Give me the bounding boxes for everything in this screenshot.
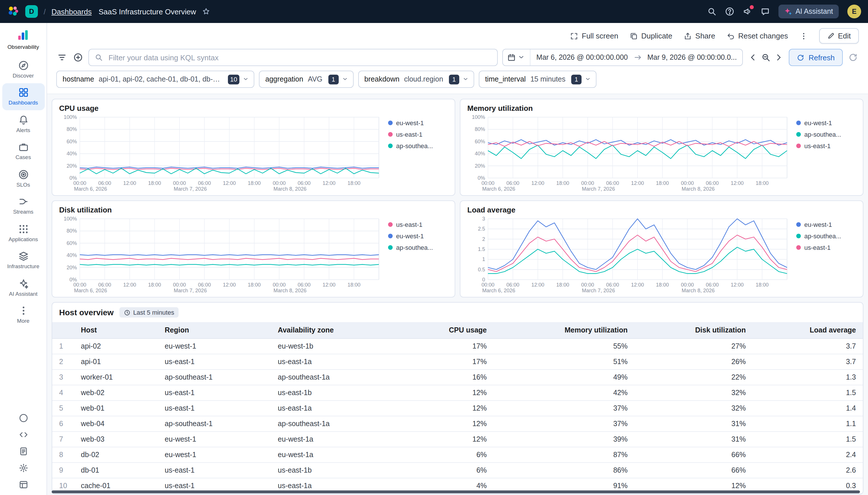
duplicate-button[interactable]: Duplicate [630,32,672,40]
host-overview-title: Host overview [59,308,114,317]
sidebar-item-label: Streams [13,209,34,215]
sidebar-item-applications[interactable]: Applications [2,220,45,246]
reset-changes-button[interactable]: Reset changes [727,32,788,40]
load-average-chart[interactable]: 00.511.522.5300:0006:0012:0018:0000:0006… [467,215,792,296]
sidebar-item-slos[interactable]: SLOs [2,165,45,192]
refresh-button[interactable]: Refresh [789,49,843,66]
control-hostname[interactable]: hostnameapi-01, api-02, cache-01, db-01,… [56,71,254,88]
column-header-cpu-usage[interactable]: CPU usage [399,322,494,339]
favorite-star-icon[interactable] [202,7,210,16]
svg-text:06:00: 06:00 [506,180,519,186]
help-icon[interactable] [725,7,734,16]
full-screen-button[interactable]: Full screen [570,32,618,40]
disk-utilization-chart[interactable]: 0%20%40%60%80%100%00:0006:0012:0018:0000… [59,215,383,296]
kql-filter-input[interactable] [107,53,492,62]
legend-dot-icon [388,121,393,125]
svg-text:2: 2 [482,236,485,242]
legend-item-eu-west-1[interactable]: eu-west-1 [796,221,856,228]
table-cell: 51% [494,354,635,370]
calendar-menu-button[interactable] [503,49,531,66]
filter-button[interactable] [56,52,68,63]
sidebar-nav-items: DiscoverDashboardsAlertsCasesSLOsStreams… [2,56,45,329]
column-header-load-average[interactable]: Load average [752,322,863,339]
add-filter-button[interactable] [72,52,84,63]
table-cell: eu-west-1a [271,431,399,447]
observability-product[interactable]: Observability [7,29,39,50]
svg-text:20%: 20% [475,163,485,169]
legend-item-eu-west-1[interactable]: eu-west-1 [796,119,856,126]
legend-item-eu-west-1[interactable]: eu-west-1 [388,233,448,239]
ai-assistant-button[interactable]: AI Assistant [778,5,839,18]
settings-icon[interactable] [19,463,28,473]
table-cell: 66% [635,447,752,463]
cpu-usage-chart[interactable]: 0%20%40%60%80%100%00:0006:0012:0018:0000… [59,114,383,194]
svg-text:06:00: 06:00 [606,180,619,186]
chevron-right-icon [774,53,783,62]
feedback-chat-icon[interactable] [760,7,769,16]
edit-button[interactable]: Edit [819,28,859,44]
horizontal-scrollbar[interactable] [52,490,860,493]
svg-text:18:00: 18:00 [556,282,569,288]
column-header-region[interactable]: Region [158,322,271,339]
share-icon [684,32,692,40]
legend-item-us-east-1[interactable]: us-east-1 [796,244,856,251]
chevron-down-icon [242,76,249,83]
column-header-disk-utilization[interactable]: Disk utilization [635,322,752,339]
control-breakdown[interactable]: breakdowncloud.region1 [358,71,474,88]
control-aggregation[interactable]: aggregationAVG1 [259,71,353,88]
zoom-out-button[interactable] [760,52,772,63]
elastic-logo[interactable] [7,5,19,18]
column-header-memory-utilization[interactable]: Memory utilization [494,322,635,339]
legend-item-us-east-1[interactable]: us-east-1 [796,142,856,149]
control-time-interval[interactable]: time_interval15 minutes1 [479,71,596,88]
legend-dot-icon [388,143,393,148]
share-button[interactable]: Share [684,32,715,40]
share-label: Share [695,32,715,40]
svg-text:00:00: 00:00 [581,180,594,186]
auto-refresh-button[interactable] [847,52,859,63]
breadcrumb-dashboards-link[interactable]: Dashboards [51,7,91,16]
legend-item-ap-southeast-1[interactable]: ap-southea... [388,142,448,149]
sidebar-item-infrastructure[interactable]: Infrastructure [2,247,45,274]
column-header-availability-zone[interactable]: Availability zone [271,322,399,339]
svg-text:18:00: 18:00 [348,180,361,186]
next-time-window-button[interactable] [773,52,784,63]
svg-text:12:00: 12:00 [631,180,644,186]
legend-item-us-east-1[interactable]: us-east-1 [388,221,448,228]
sidebar-item-ai-assistant[interactable]: AI Assistant [2,274,45,301]
memory-utilization-chart[interactable]: 0%20%40%60%80%100%00:0006:0012:0018:0000… [467,114,792,194]
notifications-icon[interactable] [743,7,752,16]
legend-dot-icon [796,132,801,137]
more-options-button[interactable] [799,32,808,40]
dev-tools-icon[interactable] [19,430,28,439]
documentation-icon[interactable] [19,447,28,456]
sidebar-item-more[interactable]: More [2,302,45,328]
table-cell: 2.6 [752,463,863,478]
clock-icon [124,309,130,315]
sidebar-item-alerts[interactable]: Alerts [2,111,45,138]
sidebar-item-dashboards[interactable]: Dashboards [2,84,45,110]
global-search-icon[interactable] [707,7,716,16]
previous-time-window-button[interactable] [748,52,759,63]
user-avatar[interactable]: E [847,5,861,18]
legend-item-ap-southeast-1[interactable]: ap-southea... [388,244,448,251]
sidebar-item-label: More [17,318,29,324]
table-cell: us-east-1b [271,385,399,400]
sidebar-item-cases[interactable]: Cases [2,138,45,165]
legend-item-ap-southeast-1[interactable]: ap-southea... [796,233,856,239]
sidebar-item-discover[interactable]: Discover [2,56,45,83]
date-from-button[interactable]: Mar 6, 2026 @ 00:00:00.000 [531,53,634,62]
row-number: 8 [52,447,74,463]
legend-item-eu-west-1[interactable]: eu-west-1 [388,119,448,126]
date-to-button[interactable]: Mar 9, 2026 @ 00:00:00.0... [642,53,743,62]
workspace-panel-icon[interactable] [19,480,28,489]
legend-item-us-east-1[interactable]: us-east-1 [388,131,448,138]
sidebar-item-streams[interactable]: Streams [2,192,45,219]
panel-memory-utilization: Memory utilization0%20%40%60%80%100%00:0… [460,99,863,196]
space-avatar[interactable]: D [25,5,38,18]
legend-item-ap-southeast-1[interactable]: ap-southea... [796,131,856,138]
table-cell: 32% [635,400,752,416]
recent-items-icon[interactable] [19,413,28,423]
column-header-host[interactable]: Host [74,322,158,339]
sidebar-item-label: Cases [16,155,31,161]
